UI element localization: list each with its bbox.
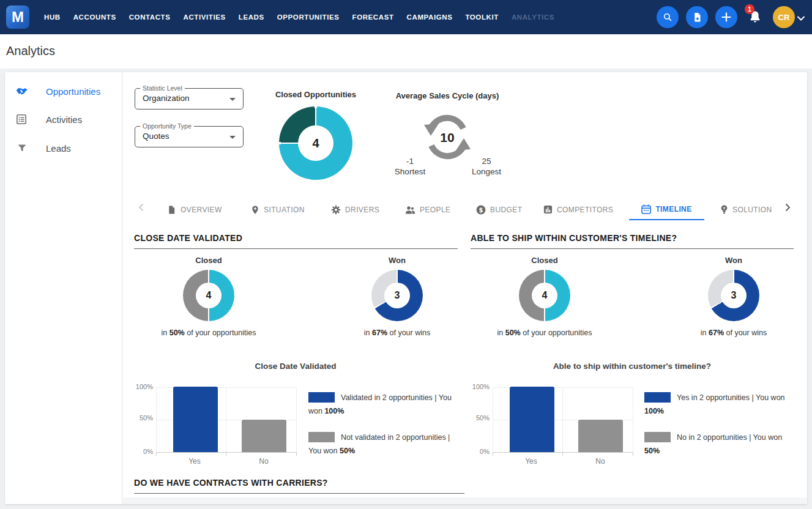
tabs-scroll-right-button[interactable] <box>783 203 792 214</box>
ship-bar-chart-plot <box>493 387 633 453</box>
top-navbar: M HUB ACCOUNTS CONTACTS ACTIVITIES LEADS… <box>0 0 812 34</box>
nav-item-hub[interactable]: HUB <box>44 13 61 21</box>
section-header-close-date-validated: CLOSE DATE VALIDATED <box>134 233 458 249</box>
ship-bar-chart-title: Able to ship within customer's timeline? <box>540 362 724 371</box>
add-button[interactable] <box>715 6 737 28</box>
statistic-level-value: Organization <box>143 94 190 103</box>
tabs-scroll-left-button[interactable] <box>137 203 146 214</box>
sidebar-item-opportunities[interactable]: Opportunities <box>5 80 122 102</box>
next-section-strip <box>123 497 807 504</box>
nav-item-contacts[interactable]: CONTACTS <box>129 13 171 21</box>
document-icon <box>167 205 176 215</box>
nav-item-analytics[interactable]: ANALYTICS <box>512 13 554 21</box>
avatar-initials: CR <box>778 13 790 22</box>
tab-situation[interactable]: SITUATION <box>251 199 305 220</box>
nav-item-leads[interactable]: LEADS <box>239 13 264 21</box>
cdv-legend-validated: Validated in 2 opportunities | You won 1… <box>308 391 464 418</box>
ship-bar-yes <box>510 387 554 452</box>
notifications-button[interactable]: 1 <box>744 6 766 31</box>
ship-legend-yes: Yes in 2 opportunities | You won 100% <box>644 391 796 418</box>
dropdown-arrow-icon <box>229 98 236 101</box>
legend-swatch <box>308 392 335 403</box>
nav-item-campaigns[interactable]: CAMPAIGNS <box>407 13 453 21</box>
sales-cycle-shortest-value: -1 <box>392 157 428 166</box>
legend-swatch <box>644 392 671 403</box>
ship-bar-no <box>578 420 623 453</box>
nav-item-toolkit[interactable]: TOOLKIT <box>465 13 498 21</box>
chevron-right-icon <box>783 203 792 212</box>
tab-solution[interactable]: SOLUTION <box>720 199 772 220</box>
sales-cycle-shortest-label: Shortest <box>386 167 434 176</box>
legend-swatch <box>308 432 335 442</box>
search-button[interactable] <box>657 6 679 28</box>
lightbulb-icon <box>720 205 728 215</box>
tab-drivers[interactable]: DRIVERS <box>331 199 379 220</box>
brand-logo-letter: M <box>12 9 24 26</box>
sidebar-item-label: Activities <box>46 114 82 125</box>
nav-item-forecast[interactable]: FORECAST <box>352 13 394 21</box>
title-bar: Analytics <box>0 34 812 69</box>
sales-cycle-value: 10 <box>429 130 466 145</box>
donut-group-ship-closed: Closed 4 in 50% of your opportunities <box>493 256 597 337</box>
chevron-down-icon <box>797 15 805 21</box>
new-document-button[interactable] <box>686 6 708 28</box>
nav-item-activities[interactable]: ACTIVITIES <box>184 13 226 21</box>
handshake-icon <box>16 87 29 96</box>
section-header-contracts: DO WE HAVE CONTRACTS WITH CARRIERS? <box>134 478 464 494</box>
nav-item-accounts[interactable]: ACCOUNTS <box>73 13 116 21</box>
people-icon <box>405 206 415 214</box>
analytics-sidebar: Opportunities Activities <box>5 72 122 504</box>
tab-people[interactable]: PEOPLE <box>405 199 450 220</box>
svg-text:$: $ <box>479 206 483 213</box>
cdv-won-donut: 3 <box>371 270 423 321</box>
tab-budget[interactable]: $ BUDGET <box>476 199 522 220</box>
sales-cycle-longest-label: Longest <box>462 167 511 176</box>
sidebar-item-leads[interactable]: Leads <box>5 137 122 159</box>
search-icon <box>662 12 673 23</box>
file-add-icon <box>692 12 702 23</box>
section-header-ship-timeline: ABLE TO SHIP WITHIN CUSTOMER'S TIMELINE? <box>471 233 794 249</box>
sales-cycle-title: Average Sales Cycle (days) <box>368 91 527 100</box>
closed-opportunities-title: Closed Opportunities <box>255 90 377 99</box>
tab-overview[interactable]: OVERVIEW <box>167 199 222 220</box>
tab-competitors[interactable]: COMPETITORS <box>543 199 613 220</box>
account-menu-button[interactable] <box>797 13 805 24</box>
chevron-left-icon <box>137 203 146 212</box>
analytics-card: Opportunities Activities <box>5 72 807 504</box>
ship-legend-no: No in 2 opportunities | You won 50% <box>644 431 796 458</box>
dollar-icon: $ <box>476 205 486 215</box>
plus-icon <box>721 12 732 23</box>
cdv-bar-chart-plot <box>156 387 297 453</box>
closed-opportunities-value: 4 <box>298 125 333 161</box>
notification-badge: 1 <box>745 4 754 14</box>
sidebar-item-activities[interactable]: Activities <box>5 108 122 130</box>
sidebar-item-label: Leads <box>46 143 71 154</box>
avatar[interactable]: CR <box>773 6 795 28</box>
closed-opportunities-donut: 4 <box>279 106 352 180</box>
pin-plus-icon <box>251 205 259 215</box>
legend-swatch <box>644 432 671 442</box>
tab-timeline[interactable]: TIMELINE <box>629 199 704 220</box>
ship-closed-donut: 4 <box>519 270 570 321</box>
nav-item-opportunities[interactable]: OPPORTUNITIES <box>277 13 340 21</box>
sidebar-item-label: Opportunities <box>46 86 100 97</box>
statistic-level-select[interactable]: Statistic Level Organization <box>135 88 244 110</box>
brand-logo[interactable]: M <box>6 6 29 29</box>
bar-chart-icon <box>543 205 553 214</box>
donut-group-cdv-closed: Closed 4 in 50% of your opportunities <box>157 256 261 337</box>
cdv-bar-yes <box>173 387 218 452</box>
dropdown-arrow-icon <box>229 136 236 139</box>
sales-cycle-longest-value: 25 <box>468 157 505 166</box>
cdv-bar-chart-title: Close Date Validated <box>204 362 387 371</box>
main-menu: HUB ACCOUNTS CONTACTS ACTIVITIES LEADS O… <box>44 0 554 34</box>
calendar-icon <box>641 204 651 214</box>
ship-won-donut: 3 <box>708 270 759 321</box>
opportunity-type-value: Quotes <box>143 132 169 141</box>
funnel-icon <box>17 143 31 153</box>
opportunity-type-label: Opportunity Type <box>140 122 194 130</box>
cdv-legend-not-validated: Not validated in 2 opportunities | You w… <box>308 431 464 458</box>
donut-group-cdv-won: Won 3 in 67% of your wins <box>345 256 449 337</box>
list-icon <box>16 114 29 125</box>
opportunity-type-select[interactable]: Opportunity Type Quotes <box>135 126 244 147</box>
cdv-closed-donut: 4 <box>183 270 234 321</box>
